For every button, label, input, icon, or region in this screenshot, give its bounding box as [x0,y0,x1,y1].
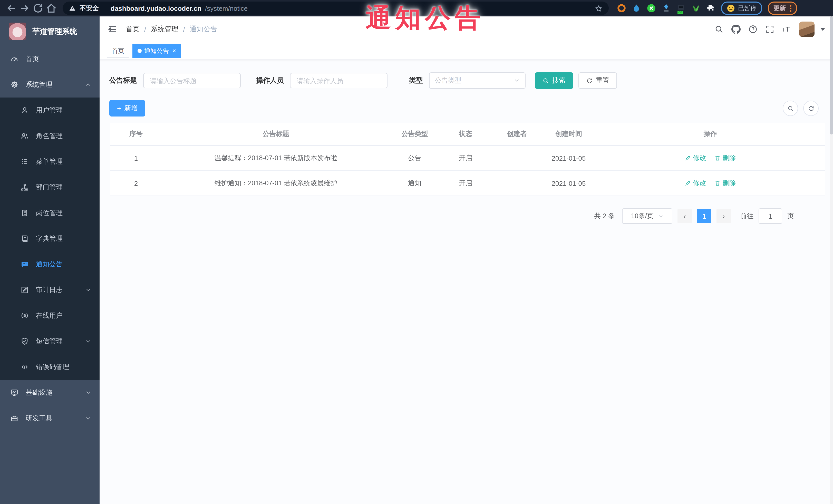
url-host: dashboard.yudao.iocoder.cn [111,4,201,12]
user-avatar[interactable] [799,22,814,37]
tag-notice[interactable]: 通知公告 × [133,44,181,58]
filter-form: 公告标题 操作人员 类型 公告类型 搜索 [109,72,826,89]
gear-icon [10,80,19,89]
address-bar[interactable]: 不安全 dashboard.yudao.iocoder.cn/system/no… [63,2,609,15]
col-creator: 创建者 [492,129,542,139]
dashboard-icon [10,55,19,63]
sidebar-item-home[interactable]: 首页 [0,46,100,72]
menu-list-icon [21,158,29,166]
page-unit-label: 页 [787,212,794,221]
sidebar-collapse-icon[interactable] [107,24,118,34]
infrastructure-icon [10,388,19,397]
prev-page-button[interactable]: ‹ [677,209,692,223]
browser-home-icon[interactable] [45,2,57,15]
edit-button[interactable]: 修改 [685,153,706,163]
notice-type-select[interactable]: 公告类型 [429,72,526,89]
sidebar-menu: 首页 系统管理 用户管理 角色管理 菜单管理 部门管理 岗位管理 字典管理 通知… [0,46,100,504]
sidebar-item-infrastructure[interactable]: 基础设施 [0,380,100,405]
dictionary-icon [21,235,29,243]
next-page-button[interactable]: › [716,209,731,223]
sidebar-item-department-management[interactable]: 部门管理 [0,174,100,200]
breadcrumb-home[interactable]: 首页 [126,25,140,34]
col-actions: 操作 [595,129,825,139]
search-icon[interactable] [714,25,724,34]
chevron-down-icon [658,213,663,219]
goto-page-input[interactable] [759,208,782,224]
tag-close-icon[interactable]: × [172,48,176,54]
dev-tools-icon [10,414,19,423]
profile-paused-badge[interactable]: 已暂停 [721,2,762,15]
extensions-area: on 已暂停 更新 [617,2,797,15]
sidebar-item-audit-log[interactable]: 审计日志 [0,277,100,303]
reset-button[interactable]: 重置 [578,72,617,89]
sidebar: 芋道管理系统 首页 系统管理 用户管理 角色管理 菜单管理 部门管理 岗位管理 … [0,17,100,504]
chevron-down-icon [85,338,91,344]
sidebar-item-user-management[interactable]: 用户管理 [0,97,100,123]
cell-type: 公告 [390,153,439,163]
col-created: 创建时间 [542,129,595,139]
table-row[interactable]: 2 维护通知：2018-07-01 若依系统凌晨维护 通知 开启 2021-01… [110,171,825,196]
notice-title-input[interactable] [143,73,241,88]
error-code-icon [21,363,29,371]
cell-status: 开启 [439,178,492,188]
plus-icon: + [117,105,121,112]
extension-icon-leaf[interactable] [691,4,700,13]
sidebar-item-system-management[interactable]: 系统管理 [0,72,100,97]
filter-title-label: 公告标题 [109,76,137,85]
font-size-icon[interactable]: tT [782,25,791,34]
divider [104,5,105,12]
page-size-select[interactable]: 10条/页 [622,208,672,224]
refresh-table-button[interactable] [803,101,818,116]
browser-reload-icon[interactable] [32,2,44,15]
sidebar-item-error-code-management[interactable]: 错误码管理 [0,354,100,380]
sidebar-item-role-management[interactable]: 角色管理 [0,123,100,149]
pagination: 共 2 条 10条/页 ‹ 1 › 前往 页 [107,208,826,224]
svg-text:T: T [786,25,790,33]
sidebar-item-menu-management[interactable]: 菜单管理 [0,149,100,174]
delete-button[interactable]: 删除 [714,153,736,163]
sidebar-item-dict-management[interactable]: 字典管理 [0,226,100,251]
org-tree-icon [21,183,29,191]
fullscreen-icon[interactable] [765,25,775,34]
cell-created: 2021-01-05 [542,179,595,187]
sidebar-item-online-users[interactable]: 在线用户 [0,303,100,329]
extension-icon-orange-ring[interactable] [617,4,626,13]
extension-icon-blue-drop[interactable] [632,4,641,13]
breadcrumb-system[interactable]: 系统管理 [151,25,178,34]
filter-type-label: 类型 [409,76,423,85]
extension-icon-gem[interactable] [662,4,671,13]
search-button[interactable]: 搜索 [535,72,573,89]
avatar-caret-down-icon[interactable] [820,28,825,31]
browser-update-button[interactable]: 更新 [768,2,797,15]
github-icon[interactable] [731,25,741,34]
sidebar-item-dev-tools[interactable]: 研发工具 [0,405,100,431]
extensions-puzzle-icon[interactable] [706,4,715,13]
browser-forward-icon[interactable] [19,2,31,15]
add-button[interactable]: + 新增 [109,100,145,117]
bookmark-star-icon[interactable] [595,4,602,12]
sidebar-item-notice-announcement[interactable]: 通知公告 [0,251,100,277]
extension-icon-switch-on[interactable]: on [676,4,686,13]
delete-button[interactable]: 删除 [714,178,736,188]
overlay-caption: 通知公告 [365,1,484,35]
app-logo [9,23,26,40]
browser-back-icon[interactable] [5,2,18,15]
total-count: 共 2 条 [594,212,615,221]
toggle-search-button[interactable] [783,101,798,116]
sidebar-item-post-management[interactable]: 岗位管理 [0,200,100,226]
edit-button[interactable]: 修改 [685,178,706,188]
cell-no: 2 [110,179,162,187]
operator-input[interactable] [290,73,387,88]
help-icon[interactable] [748,25,758,34]
sidebar-item-sms-management[interactable]: 短信管理 [0,329,100,354]
page-1-button[interactable]: 1 [697,209,711,223]
extension-icon-green-circle[interactable] [647,4,656,13]
browser-menu-icon[interactable] [790,5,791,11]
col-status: 状态 [439,129,492,139]
col-type: 公告类型 [390,129,439,139]
table-row[interactable]: 1 温馨提醒：2018-07-01 若依新版本发布啦 公告 开启 2021-01… [110,146,825,171]
tag-home[interactable]: 首页 [107,44,129,58]
app-logo-row[interactable]: 芋道管理系统 [0,17,100,46]
filter-operator-label: 操作人员 [256,76,284,85]
window-scrollbar[interactable] [830,17,833,504]
